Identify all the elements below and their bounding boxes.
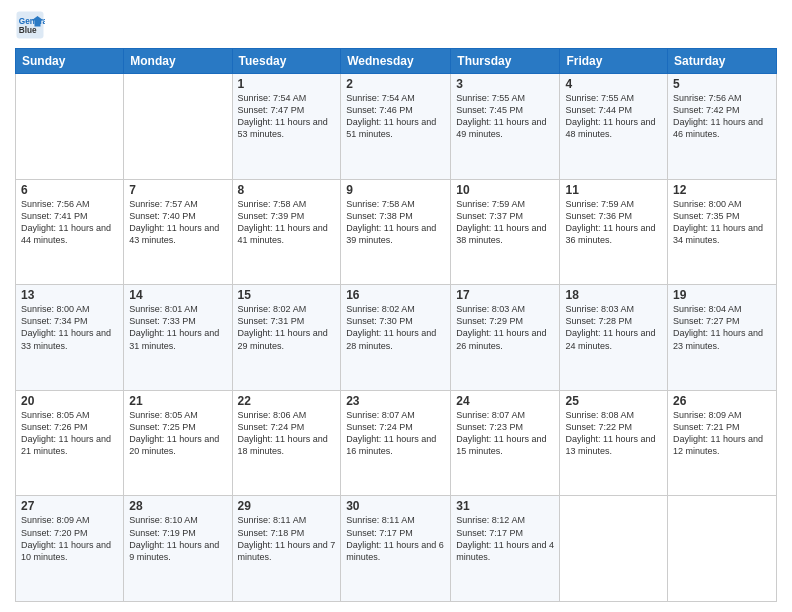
calendar-cell: 2Sunrise: 7:54 AM Sunset: 7:46 PM Daylig…: [341, 74, 451, 180]
calendar-cell: 29Sunrise: 8:11 AM Sunset: 7:18 PM Dayli…: [232, 496, 341, 602]
day-info: Sunrise: 8:05 AM Sunset: 7:25 PM Dayligh…: [129, 409, 226, 458]
day-info: Sunrise: 8:12 AM Sunset: 7:17 PM Dayligh…: [456, 514, 554, 563]
calendar-cell: 20Sunrise: 8:05 AM Sunset: 7:26 PM Dayli…: [16, 390, 124, 496]
calendar-cell: 15Sunrise: 8:02 AM Sunset: 7:31 PM Dayli…: [232, 285, 341, 391]
weekday-header-row: SundayMondayTuesdayWednesdayThursdayFrid…: [16, 49, 777, 74]
calendar-cell: 24Sunrise: 8:07 AM Sunset: 7:23 PM Dayli…: [451, 390, 560, 496]
day-number: 28: [129, 499, 226, 513]
day-info: Sunrise: 8:03 AM Sunset: 7:28 PM Dayligh…: [565, 303, 662, 352]
svg-text:Blue: Blue: [19, 26, 37, 35]
day-number: 12: [673, 183, 771, 197]
day-number: 30: [346, 499, 445, 513]
weekday-header-thursday: Thursday: [451, 49, 560, 74]
day-info: Sunrise: 8:07 AM Sunset: 7:24 PM Dayligh…: [346, 409, 445, 458]
calendar-cell: [16, 74, 124, 180]
calendar-cell: 28Sunrise: 8:10 AM Sunset: 7:19 PM Dayli…: [124, 496, 232, 602]
day-info: Sunrise: 8:00 AM Sunset: 7:34 PM Dayligh…: [21, 303, 118, 352]
week-row-2: 6Sunrise: 7:56 AM Sunset: 7:41 PM Daylig…: [16, 179, 777, 285]
day-number: 9: [346, 183, 445, 197]
day-number: 8: [238, 183, 336, 197]
day-number: 4: [565, 77, 662, 91]
day-number: 26: [673, 394, 771, 408]
day-info: Sunrise: 7:56 AM Sunset: 7:41 PM Dayligh…: [21, 198, 118, 247]
day-info: Sunrise: 8:08 AM Sunset: 7:22 PM Dayligh…: [565, 409, 662, 458]
day-number: 22: [238, 394, 336, 408]
day-number: 7: [129, 183, 226, 197]
calendar-cell: 19Sunrise: 8:04 AM Sunset: 7:27 PM Dayli…: [668, 285, 777, 391]
day-number: 5: [673, 77, 771, 91]
day-info: Sunrise: 8:10 AM Sunset: 7:19 PM Dayligh…: [129, 514, 226, 563]
day-number: 24: [456, 394, 554, 408]
weekday-header-friday: Friday: [560, 49, 668, 74]
calendar-cell: 21Sunrise: 8:05 AM Sunset: 7:25 PM Dayli…: [124, 390, 232, 496]
day-info: Sunrise: 7:54 AM Sunset: 7:47 PM Dayligh…: [238, 92, 336, 141]
day-number: 31: [456, 499, 554, 513]
day-info: Sunrise: 8:05 AM Sunset: 7:26 PM Dayligh…: [21, 409, 118, 458]
weekday-header-wednesday: Wednesday: [341, 49, 451, 74]
day-number: 27: [21, 499, 118, 513]
day-number: 15: [238, 288, 336, 302]
header: General Blue: [15, 10, 777, 40]
day-info: Sunrise: 8:01 AM Sunset: 7:33 PM Dayligh…: [129, 303, 226, 352]
day-info: Sunrise: 8:00 AM Sunset: 7:35 PM Dayligh…: [673, 198, 771, 247]
day-info: Sunrise: 7:59 AM Sunset: 7:36 PM Dayligh…: [565, 198, 662, 247]
day-number: 29: [238, 499, 336, 513]
calendar-cell: 14Sunrise: 8:01 AM Sunset: 7:33 PM Dayli…: [124, 285, 232, 391]
day-number: 18: [565, 288, 662, 302]
calendar-cell: 17Sunrise: 8:03 AM Sunset: 7:29 PM Dayli…: [451, 285, 560, 391]
day-info: Sunrise: 8:02 AM Sunset: 7:30 PM Dayligh…: [346, 303, 445, 352]
calendar-cell: 7Sunrise: 7:57 AM Sunset: 7:40 PM Daylig…: [124, 179, 232, 285]
calendar-table: SundayMondayTuesdayWednesdayThursdayFrid…: [15, 48, 777, 602]
day-number: 17: [456, 288, 554, 302]
calendar-cell: 16Sunrise: 8:02 AM Sunset: 7:30 PM Dayli…: [341, 285, 451, 391]
calendar-cell: 22Sunrise: 8:06 AM Sunset: 7:24 PM Dayli…: [232, 390, 341, 496]
day-info: Sunrise: 8:06 AM Sunset: 7:24 PM Dayligh…: [238, 409, 336, 458]
day-info: Sunrise: 8:11 AM Sunset: 7:17 PM Dayligh…: [346, 514, 445, 563]
calendar-cell: 4Sunrise: 7:55 AM Sunset: 7:44 PM Daylig…: [560, 74, 668, 180]
calendar-cell: 25Sunrise: 8:08 AM Sunset: 7:22 PM Dayli…: [560, 390, 668, 496]
day-number: 1: [238, 77, 336, 91]
calendar-cell: 11Sunrise: 7:59 AM Sunset: 7:36 PM Dayli…: [560, 179, 668, 285]
day-info: Sunrise: 8:02 AM Sunset: 7:31 PM Dayligh…: [238, 303, 336, 352]
day-number: 2: [346, 77, 445, 91]
week-row-5: 27Sunrise: 8:09 AM Sunset: 7:20 PM Dayli…: [16, 496, 777, 602]
calendar-cell: 23Sunrise: 8:07 AM Sunset: 7:24 PM Dayli…: [341, 390, 451, 496]
day-info: Sunrise: 8:11 AM Sunset: 7:18 PM Dayligh…: [238, 514, 336, 563]
calendar-cell: 5Sunrise: 7:56 AM Sunset: 7:42 PM Daylig…: [668, 74, 777, 180]
calendar-cell: 8Sunrise: 7:58 AM Sunset: 7:39 PM Daylig…: [232, 179, 341, 285]
week-row-1: 1Sunrise: 7:54 AM Sunset: 7:47 PM Daylig…: [16, 74, 777, 180]
day-number: 21: [129, 394, 226, 408]
logo: General Blue: [15, 10, 49, 40]
page: General Blue SundayMondayTuesdayWednesda…: [0, 0, 792, 612]
day-info: Sunrise: 8:09 AM Sunset: 7:20 PM Dayligh…: [21, 514, 118, 563]
calendar-cell: [124, 74, 232, 180]
calendar-cell: 31Sunrise: 8:12 AM Sunset: 7:17 PM Dayli…: [451, 496, 560, 602]
day-info: Sunrise: 7:58 AM Sunset: 7:38 PM Dayligh…: [346, 198, 445, 247]
day-info: Sunrise: 7:54 AM Sunset: 7:46 PM Dayligh…: [346, 92, 445, 141]
calendar-cell: 12Sunrise: 8:00 AM Sunset: 7:35 PM Dayli…: [668, 179, 777, 285]
calendar-cell: [668, 496, 777, 602]
calendar-cell: 13Sunrise: 8:00 AM Sunset: 7:34 PM Dayli…: [16, 285, 124, 391]
weekday-header-sunday: Sunday: [16, 49, 124, 74]
calendar-cell: 3Sunrise: 7:55 AM Sunset: 7:45 PM Daylig…: [451, 74, 560, 180]
weekday-header-tuesday: Tuesday: [232, 49, 341, 74]
day-info: Sunrise: 8:03 AM Sunset: 7:29 PM Dayligh…: [456, 303, 554, 352]
calendar-cell: 6Sunrise: 7:56 AM Sunset: 7:41 PM Daylig…: [16, 179, 124, 285]
day-info: Sunrise: 7:59 AM Sunset: 7:37 PM Dayligh…: [456, 198, 554, 247]
day-info: Sunrise: 7:55 AM Sunset: 7:45 PM Dayligh…: [456, 92, 554, 141]
calendar-cell: 26Sunrise: 8:09 AM Sunset: 7:21 PM Dayli…: [668, 390, 777, 496]
calendar-cell: 1Sunrise: 7:54 AM Sunset: 7:47 PM Daylig…: [232, 74, 341, 180]
day-number: 25: [565, 394, 662, 408]
day-info: Sunrise: 8:09 AM Sunset: 7:21 PM Dayligh…: [673, 409, 771, 458]
day-number: 3: [456, 77, 554, 91]
day-info: Sunrise: 7:58 AM Sunset: 7:39 PM Dayligh…: [238, 198, 336, 247]
calendar-cell: [560, 496, 668, 602]
calendar-cell: 10Sunrise: 7:59 AM Sunset: 7:37 PM Dayli…: [451, 179, 560, 285]
svg-text:General: General: [19, 17, 45, 26]
day-number: 20: [21, 394, 118, 408]
day-number: 14: [129, 288, 226, 302]
day-number: 23: [346, 394, 445, 408]
day-number: 19: [673, 288, 771, 302]
week-row-4: 20Sunrise: 8:05 AM Sunset: 7:26 PM Dayli…: [16, 390, 777, 496]
day-number: 16: [346, 288, 445, 302]
